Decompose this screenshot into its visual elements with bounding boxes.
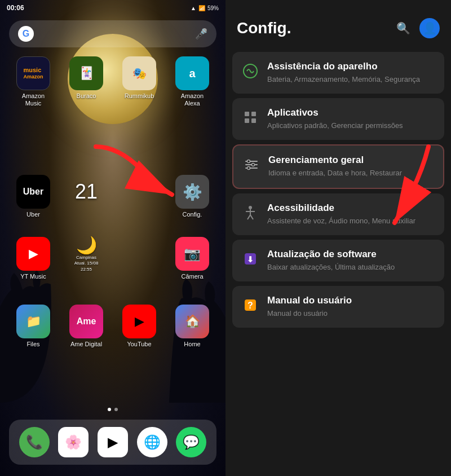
settings-title: Config. <box>237 19 291 37</box>
device-assistance-content: Assistência do aparelho Bateria, Armazen… <box>267 61 435 85</box>
settings-item-accessibility[interactable]: Acessibilidade Assistente de voz, Áudio … <box>232 193 444 235</box>
svg-point-10 <box>247 160 250 163</box>
header-icons: 🔍 👤 <box>396 18 440 38</box>
accessibility-title: Acessibilidade <box>267 202 435 214</box>
google-logo: G <box>18 26 34 42</box>
apps-content: Aplicativos Aplicativos padrão, Gerencia… <box>267 107 435 131</box>
user-avatar[interactable]: 👤 <box>419 18 440 38</box>
app-camera[interactable]: 📷 Câmera <box>168 237 216 280</box>
app-grid-row1: musicAmazon AmazonMusic 🃏 Buraco 🎭 Rummi… <box>9 56 216 107</box>
device-assistance-icon <box>241 62 259 80</box>
app-label-rummikub: Rummikub <box>125 92 154 100</box>
svg-line-16 <box>247 215 250 219</box>
svg-line-17 <box>250 215 253 219</box>
app-grid-row2: Uber Uber 21 ⚙️ Config. <box>9 175 216 218</box>
app-label-config: Config. <box>183 211 202 218</box>
settings-item-device-assistance[interactable]: Assistência do aparelho Bateria, Armazen… <box>232 52 444 94</box>
bottom-dock: 📞 🌸 ▶ 🌐 💬 <box>9 420 216 465</box>
user-manual-icon: ? <box>241 296 259 314</box>
app-label-alexa: AmazonAlexa <box>181 92 204 107</box>
dot-1 <box>108 408 111 411</box>
settings-item-general-management[interactable]: Gerenciamento geral Idioma e entrada, Da… <box>232 144 444 188</box>
device-assistance-subtitle: Bateria, Armazenamento, Memória, Seguran… <box>267 74 435 85</box>
app-youtube[interactable]: ▶ YouTube <box>115 305 163 348</box>
status-bar: 00:06 ▲ 📶 59% <box>0 0 226 16</box>
settings-item-user-manual[interactable]: ? Manual do usuário Manual do usuário <box>232 286 444 328</box>
app-label-files: Files <box>26 341 39 348</box>
software-update-title: Atualização de software <box>267 249 435 260</box>
software-update-subtitle: Baixar atualizações, Última atualização <box>267 262 435 272</box>
app-config[interactable]: ⚙️ Config. <box>168 175 216 218</box>
svg-text:⬇: ⬇ <box>247 255 254 264</box>
settings-item-software-update[interactable]: ⬇ Atualização de software Baixar atualiz… <box>232 240 444 281</box>
microphone-icon[interactable]: 🎤 <box>195 28 207 40</box>
app-rummikub[interactable]: 🎭 Rummikub <box>115 56 163 107</box>
general-management-content: Gerenciamento geral Idioma e entrada, Da… <box>268 155 434 178</box>
app-label-ame: Ame Digital <box>70 341 102 348</box>
dock-photos[interactable]: 🌸 <box>58 427 89 457</box>
svg-rect-6 <box>251 118 256 123</box>
device-assistance-title: Assistência do aparelho <box>267 61 435 72</box>
svg-point-11 <box>252 164 255 166</box>
general-management-title: Gerenciamento geral <box>268 155 434 166</box>
software-update-content: Atualização de software Baixar atualizaç… <box>267 249 435 272</box>
app-label-youtube: YouTube <box>127 341 151 348</box>
app-grid-row3: ▶ YT Music 🌙 CampinasAtual. 15/08 22:55 … <box>9 237 216 280</box>
app-home[interactable]: 🏠 Home <box>168 305 216 348</box>
app-grid-row4: 📁 Files Ame Ame Digital ▶ YouTube 🏠 Home <box>9 305 216 348</box>
dock-whatsapp[interactable]: 💬 <box>176 427 206 457</box>
app-alexa[interactable]: a AmazonAlexa <box>168 56 216 107</box>
search-icon[interactable]: 🔍 <box>396 21 410 35</box>
app-label-uber: Uber <box>26 211 40 218</box>
app-label-ytmusic: YT Music <box>20 273 46 280</box>
settings-panel: Config. 🔍 👤 Assistência do aparelho Bate… <box>226 0 451 476</box>
app-ytmusic[interactable]: ▶ YT Music <box>9 237 58 280</box>
accessibility-icon <box>241 204 259 222</box>
svg-rect-5 <box>245 118 249 123</box>
svg-rect-4 <box>251 112 256 116</box>
user-manual-title: Manual do usuário <box>267 295 435 306</box>
page-dots <box>0 408 226 411</box>
user-manual-content: Manual do usuário Manual do usuário <box>267 295 435 319</box>
dot-2 <box>114 408 118 411</box>
software-update-icon: ⬇ <box>241 250 259 268</box>
apps-title: Aplicativos <box>267 107 435 118</box>
apps-icon <box>241 108 259 126</box>
app-label-home: Home <box>184 341 200 348</box>
app-ame[interactable]: Ame Ame Digital <box>62 305 110 348</box>
search-bar[interactable]: G 🎤 <box>9 20 216 47</box>
settings-header: Config. 🔍 👤 <box>226 0 451 47</box>
svg-text:?: ? <box>247 301 253 310</box>
widget-date: 21 <box>62 175 110 218</box>
settings-item-apps[interactable]: Aplicativos Aplicativos padrão, Gerencia… <box>232 98 444 140</box>
app-label-buraco: Buraco <box>77 92 96 100</box>
app-uber[interactable]: Uber Uber <box>9 175 58 218</box>
app-files[interactable]: 📁 Files <box>9 305 58 348</box>
general-management-icon <box>242 156 260 174</box>
weather-widget[interactable]: 🌙 CampinasAtual. 15/08 22:55 <box>62 237 110 280</box>
dock-chrome[interactable]: 🌐 <box>137 427 167 457</box>
general-management-subtitle: Idioma e entrada, Data e hora, Restaurar <box>268 168 434 178</box>
app-amazon-music[interactable]: musicAmazon AmazonMusic <box>9 56 58 107</box>
app-buraco[interactable]: 🃏 Buraco <box>62 56 110 107</box>
app-label-camera: Câmera <box>181 273 203 280</box>
svg-point-12 <box>247 167 250 170</box>
app-label-amazon-music: AmazonMusic <box>22 92 45 107</box>
svg-point-13 <box>249 206 252 209</box>
user-manual-subtitle: Manual do usuário <box>267 308 435 319</box>
accessibility-subtitle: Assistente de voz, Áudio mono, Menu auxi… <box>267 216 435 226</box>
dock-phone[interactable]: 📞 <box>19 427 50 457</box>
settings-list: Assistência do aparelho Bateria, Armazen… <box>226 47 451 476</box>
svg-rect-3 <box>245 112 249 116</box>
apps-subtitle: Aplicativos padrão, Gerenciar permissões <box>267 121 435 131</box>
status-icons: ▲ 📶 59% <box>191 5 219 11</box>
status-time: 00:06 <box>7 4 24 12</box>
dock-playstore[interactable]: ▶ <box>98 427 128 457</box>
accessibility-content: Acessibilidade Assistente de voz, Áudio … <box>267 202 435 226</box>
